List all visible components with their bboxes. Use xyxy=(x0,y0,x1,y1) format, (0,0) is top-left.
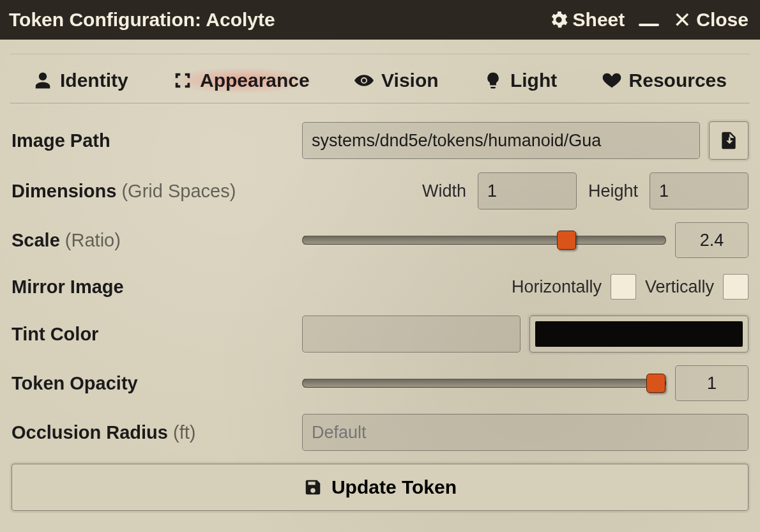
tint-swatch-icon xyxy=(535,321,743,347)
row-mirror: Mirror Image Horizontally Vertically xyxy=(11,264,749,309)
tint-color-input[interactable] xyxy=(302,315,521,353)
minimize-icon xyxy=(639,24,659,26)
row-tint: Tint Color xyxy=(11,309,749,359)
label-dimensions-hint: (Grid Spaces) xyxy=(121,181,236,201)
label-scale: Scale (Ratio) xyxy=(11,230,302,251)
titlebar-actions: Sheet ✕ Close xyxy=(550,9,749,31)
tint-color-picker[interactable] xyxy=(529,315,749,353)
window-titlebar: Token Configuration: Acolyte Sheet ✕ Clo… xyxy=(0,0,760,40)
tab-resources[interactable]: Resources xyxy=(597,67,732,94)
width-input[interactable] xyxy=(478,172,577,209)
window-body: Identity Appearance Vision Light Resourc… xyxy=(0,40,760,511)
eye-icon xyxy=(354,71,374,90)
label-horizontally: Horizontally xyxy=(512,277,602,297)
label-occlusion-hint: (ft) xyxy=(173,422,195,443)
lightbulb-icon xyxy=(483,71,503,90)
user-icon xyxy=(33,71,52,90)
row-dimensions: Dimensions (Grid Spaces) Width Height xyxy=(11,166,749,216)
tab-label: Light xyxy=(510,70,557,91)
minimize-button[interactable] xyxy=(639,13,659,26)
label-dimensions-text: Dimensions xyxy=(11,181,116,201)
label-scale-hint: (Ratio) xyxy=(65,230,121,250)
sheet-button-label: Sheet xyxy=(573,9,625,31)
row-scale: Scale (Ratio) 2.4 xyxy=(11,216,749,264)
tab-light[interactable]: Light xyxy=(478,67,562,94)
mirror-vertical-checkbox[interactable] xyxy=(723,274,749,300)
update-token-button[interactable]: Update Token xyxy=(11,464,749,511)
row-occlusion: Occlusion Radius (ft) xyxy=(11,407,749,457)
tab-label: Appearance xyxy=(200,70,310,91)
label-width: Width xyxy=(422,181,466,201)
file-import-icon xyxy=(718,130,739,151)
tab-bar: Identity Appearance Vision Light Resourc… xyxy=(10,54,750,103)
label-occlusion: Occlusion Radius (ft) xyxy=(11,422,302,443)
label-tint: Tint Color xyxy=(11,324,302,345)
save-icon xyxy=(303,478,323,497)
update-token-label: Update Token xyxy=(331,476,457,498)
label-height: Height xyxy=(588,181,638,201)
opacity-value: 1 xyxy=(675,365,749,401)
occlusion-radius-input[interactable] xyxy=(302,414,749,451)
row-opacity: Token Opacity 1 xyxy=(11,359,749,407)
tab-label: Identity xyxy=(60,70,128,91)
scale-value: 2.4 xyxy=(675,222,749,258)
image-path-input[interactable] xyxy=(302,122,700,159)
window-title: Token Configuration: Acolyte xyxy=(9,9,550,31)
gear-icon xyxy=(550,11,568,29)
opacity-slider[interactable] xyxy=(302,377,666,390)
tab-vision[interactable]: Vision xyxy=(349,67,443,94)
tab-appearance[interactable]: Appearance xyxy=(168,67,315,94)
scale-slider[interactable] xyxy=(302,234,666,247)
height-input[interactable] xyxy=(650,172,749,209)
label-occlusion-text: Occlusion Radius xyxy=(11,422,168,443)
heart-icon xyxy=(602,71,621,90)
sheet-button[interactable]: Sheet xyxy=(550,9,625,31)
appearance-form: Image Path Dimensions (Grid Spaces) Widt… xyxy=(10,103,750,511)
label-image-path: Image Path xyxy=(11,130,302,151)
tab-identity[interactable]: Identity xyxy=(28,67,133,94)
label-vertically: Vertically xyxy=(645,277,714,297)
close-button[interactable]: ✕ Close xyxy=(673,9,749,31)
mirror-horizontal-checkbox[interactable] xyxy=(611,274,636,300)
expand-icon xyxy=(173,71,192,90)
close-icon: ✕ xyxy=(673,9,691,31)
label-dimensions: Dimensions (Grid Spaces) xyxy=(11,181,302,202)
row-image-path: Image Path xyxy=(11,115,749,166)
label-mirror: Mirror Image xyxy=(11,277,302,298)
tab-label: Resources xyxy=(629,70,727,91)
browse-file-button[interactable] xyxy=(709,121,749,160)
tab-label: Vision xyxy=(381,70,438,91)
close-button-label: Close xyxy=(696,9,749,31)
label-opacity: Token Opacity xyxy=(11,373,302,394)
label-scale-text: Scale xyxy=(11,230,60,250)
